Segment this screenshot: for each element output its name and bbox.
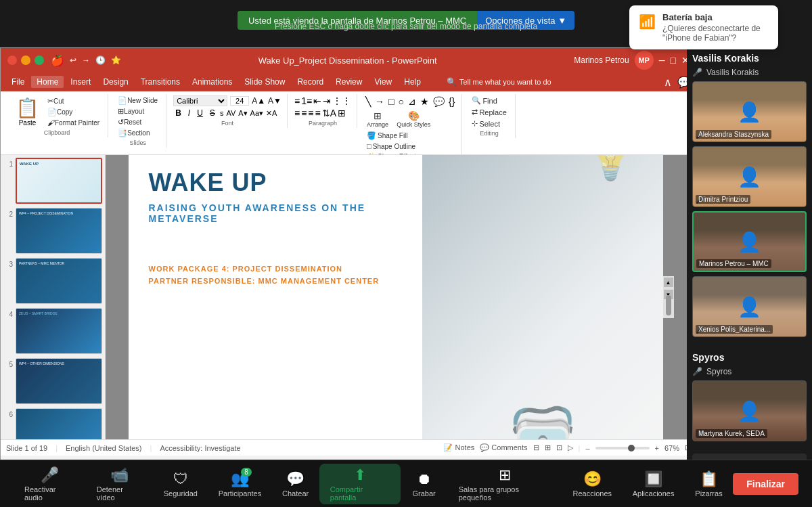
view-slideshow-btn[interactable]: ▷ bbox=[568, 443, 573, 452]
view-normal-btn[interactable]: ⊟ bbox=[533, 443, 539, 452]
columns-btn[interactable]: ⋮⋮ bbox=[332, 95, 351, 106]
zoom-slider[interactable] bbox=[595, 447, 650, 449]
taskbar-chat-btn[interactable]: 💬 Chatear bbox=[272, 468, 319, 500]
taskbar-breakout-btn[interactable]: ⊞ Salas para grupos pequeños bbox=[448, 464, 563, 504]
layout-button[interactable]: ⊞ Layout bbox=[115, 106, 160, 116]
taskbar-security-btn[interactable]: 🛡 Seguridad bbox=[153, 468, 208, 500]
menu-help[interactable]: Help bbox=[399, 76, 426, 88]
paste-button[interactable]: 📋 Paste bbox=[12, 95, 43, 128]
font-shrink-btn[interactable]: A▼ bbox=[268, 96, 281, 106]
shape-fill-button[interactable]: 🪣 Shape Fill bbox=[364, 131, 456, 141]
taskbar-video-btn[interactable]: 📹 Detener vídeo bbox=[86, 464, 154, 504]
taskbar-apps-btn[interactable]: 🔲 Aplicaciones bbox=[622, 468, 684, 500]
align-left-btn[interactable]: ≡ bbox=[294, 108, 300, 118]
quick-styles-button[interactable]: 🎨 Quick Styles bbox=[394, 109, 433, 129]
taskbar-participants-btn[interactable]: 👥 8 Participantes bbox=[208, 468, 271, 500]
shape-rect-btn[interactable]: □ bbox=[387, 95, 395, 108]
martyna-video-tile[interactable]: 👤 🎤 Martyna Kurek, SEDA bbox=[692, 380, 807, 441]
taskbar-reactions-btn[interactable]: 😊 Reacciones bbox=[562, 468, 622, 500]
slide-canvas[interactable]: 💡 🥽 WAKE UP RAISING YOUTH AWARENESS ON T… bbox=[129, 155, 663, 439]
font-case-btn[interactable]: Aa▾ bbox=[250, 109, 263, 118]
shape-outline-button[interactable]: □ Shape Outline bbox=[364, 141, 456, 151]
zoom-in-btn[interactable]: + bbox=[655, 444, 659, 452]
menu-animations[interactable]: Animations bbox=[187, 76, 238, 88]
menu-transitions[interactable]: Transitions bbox=[135, 76, 185, 88]
shape-arrow-btn[interactable]: → bbox=[374, 95, 386, 108]
taskbar-audio-btn[interactable]: 🎤 Reactivar audio bbox=[14, 464, 86, 504]
tell-me-input[interactable]: 🔍 Tell me what you want to do bbox=[441, 76, 557, 88]
font-size-input[interactable] bbox=[230, 96, 249, 106]
slide-thumb-2[interactable]: 2 WP4 – PROJECT DISSEMINATION bbox=[3, 208, 102, 254]
notes-btn[interactable]: 📝 Notes bbox=[443, 443, 474, 452]
select-button[interactable]: ⊹ Select bbox=[469, 118, 509, 129]
taskbar-share-btn[interactable]: ⬆ Compartir pantalla bbox=[319, 464, 401, 504]
zoom-level[interactable]: 67% bbox=[664, 444, 679, 452]
zoom-out-btn[interactable]: – bbox=[585, 444, 589, 452]
section-button[interactable]: 📑 Section bbox=[115, 128, 160, 138]
font-select[interactable]: Calibri bbox=[173, 95, 227, 106]
bullets-btn[interactable]: ≡ bbox=[294, 95, 300, 106]
view-reading-btn[interactable]: ⊡ bbox=[556, 443, 562, 452]
scroll-up-btn[interactable]: ▲ bbox=[664, 278, 673, 287]
finalize-button[interactable]: Finalizar bbox=[733, 473, 798, 495]
menu-slideshow[interactable]: Slide Show bbox=[239, 76, 290, 88]
view-slide-sorter-btn[interactable]: ⊞ bbox=[545, 443, 551, 452]
italic-button[interactable]: I bbox=[186, 108, 192, 118]
find-button[interactable]: 🔍 Find bbox=[469, 95, 509, 106]
new-slide-button[interactable]: 📄 New Slide bbox=[115, 95, 160, 106]
underline-button[interactable]: U bbox=[195, 108, 205, 118]
taskbar-record-btn[interactable]: ⏺ Grabar bbox=[401, 468, 448, 500]
shape-oval-btn[interactable]: ○ bbox=[397, 95, 405, 108]
shape-star-btn[interactable]: ★ bbox=[419, 95, 430, 108]
strikethrough-button[interactable]: S bbox=[208, 108, 217, 118]
minimize-button[interactable] bbox=[21, 56, 30, 65]
shape-chevron-btn[interactable]: ⊿ bbox=[407, 95, 418, 108]
menu-review[interactable]: Review bbox=[330, 76, 367, 88]
taskbar-whiteboard-btn[interactable]: 📋 Pizarras bbox=[685, 468, 733, 500]
slide-scrollbar[interactable]: ▲ ▼ ▲ ▼ bbox=[663, 276, 674, 318]
menu-home[interactable]: Home bbox=[31, 76, 64, 88]
numbering-btn[interactable]: 1≡ bbox=[301, 95, 312, 106]
restore-icon[interactable]: □ bbox=[671, 55, 676, 66]
menu-file[interactable]: File bbox=[6, 76, 30, 88]
justify-btn[interactable]: ≡ bbox=[315, 108, 320, 118]
slide-thumb-1[interactable]: 1 WAKE UP bbox=[3, 158, 102, 204]
shape-line-btn[interactable]: ╲ bbox=[364, 95, 372, 108]
scroll-thumb[interactable] bbox=[666, 295, 671, 315]
ribbon-collapse-btn[interactable]: ∧ bbox=[664, 76, 672, 89]
comments-btn[interactable]: 💬 Comments bbox=[480, 443, 527, 452]
menu-insert[interactable]: Insert bbox=[65, 76, 96, 88]
font-grow-btn[interactable]: A▲ bbox=[252, 96, 265, 106]
cut-button[interactable]: ✂ Cut bbox=[45, 96, 102, 106]
slide-thumb-6[interactable]: 6 bbox=[3, 408, 102, 439]
arrange-button[interactable]: ⊞ Arrange bbox=[364, 109, 391, 129]
slide-thumb-3[interactable]: 3 PARTNERS – MMC MENTOR bbox=[3, 258, 102, 304]
marinos-video-tile[interactable]: 👤 Marinos Petrou – MMC bbox=[692, 211, 807, 272]
increase-indent-btn[interactable]: ⇥ bbox=[323, 95, 331, 106]
maximize-button[interactable] bbox=[35, 56, 44, 65]
xenios-video-tile[interactable]: 👤 🎤 Xenios Polis_Katerina... bbox=[692, 276, 807, 337]
shape-callout-btn[interactable]: 💬 bbox=[432, 95, 446, 108]
shape-more-btn[interactable]: {} bbox=[447, 95, 456, 108]
copy-button[interactable]: 📄 Copy bbox=[45, 107, 102, 117]
dimitra-video-tile[interactable]: 👤 🎤 Dimitra Printziou bbox=[692, 146, 807, 207]
align-center-btn[interactable]: ≡ bbox=[301, 108, 307, 118]
menu-record[interactable]: Record bbox=[292, 76, 329, 88]
slide-thumb-5[interactable]: 5 WP4 – OTHER DIMENSIONS bbox=[3, 358, 102, 404]
decrease-indent-btn[interactable]: ⇤ bbox=[313, 95, 321, 106]
format-painter-button[interactable]: 🖌 Format Painter bbox=[45, 118, 102, 127]
text-direction-btn[interactable]: ⇅A bbox=[322, 108, 336, 118]
close-button[interactable] bbox=[7, 56, 17, 65]
main-slide[interactable]: 💡 🥽 WAKE UP RAISING YOUTH AWARENESS ON T… bbox=[106, 155, 696, 439]
bold-button[interactable]: B bbox=[173, 108, 183, 118]
clear-format-btn[interactable]: ✕A bbox=[266, 109, 277, 118]
char-spacing-btn[interactable]: AV bbox=[226, 109, 235, 117]
minimize-icon[interactable]: – bbox=[659, 54, 665, 66]
aleksandra-video-tile[interactable]: 👤 🎤 Aleksandra Staszynska bbox=[692, 81, 807, 142]
text-shadow-btn[interactable]: s bbox=[220, 109, 224, 117]
convert-smartart-btn[interactable]: ⊞ bbox=[338, 108, 346, 118]
align-right-btn[interactable]: ≡ bbox=[308, 108, 313, 118]
font-color-btn[interactable]: A▾ bbox=[238, 109, 247, 118]
replace-button[interactable]: ⇄ Replace bbox=[469, 107, 509, 117]
menu-design[interactable]: Design bbox=[97, 76, 133, 88]
